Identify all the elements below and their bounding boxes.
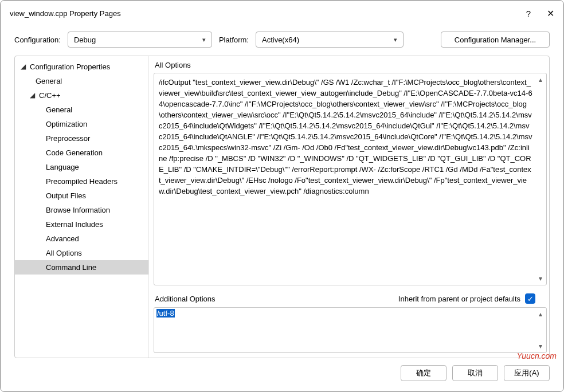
main-panel: All Options /ifcOutput "test_context_vie… (149, 56, 549, 358)
titlebar-controls: ? ✕ (526, 8, 554, 19)
configuration-manager-button[interactable]: Configuration Manager... (441, 32, 550, 48)
additional-options-value: /utf-8 (156, 309, 175, 317)
additional-options-header: Additional Options Inherit from parent o… (154, 293, 547, 304)
scroll-down-icon[interactable]: ▾ (539, 342, 542, 350)
additional-options-box[interactable]: /utf-8 ▴ ▾ (154, 307, 547, 353)
scrollbar[interactable]: ▴ ▾ (536, 309, 545, 351)
tree-root-configuration-properties[interactable]: ◢ Configuration Properties (15, 60, 148, 74)
tree-item-language[interactable]: Language (15, 160, 148, 174)
tree-item-command-line[interactable]: Command Line (15, 260, 148, 275)
all-options-box[interactable]: /ifcOutput "test_context_viewer_view.dir… (154, 73, 547, 285)
help-icon[interactable]: ? (526, 9, 531, 18)
platform-value: Active(x64) (262, 36, 299, 44)
cancel-button[interactable]: 取消 (452, 365, 498, 381)
tree-item-precompiled-headers[interactable]: Precompiled Headers (15, 174, 148, 189)
tree-item-code-generation[interactable]: Code Generation (15, 146, 148, 160)
dialog-body: ◢ Configuration Properties General ◢ C/C… (14, 56, 550, 358)
close-icon[interactable]: ✕ (547, 8, 554, 19)
config-toolbar: Configuration: Debug ▾ Platform: Active(… (1, 25, 563, 53)
nav-tree[interactable]: ◢ Configuration Properties General ◢ C/C… (15, 56, 149, 358)
platform-select[interactable]: Active(x64) ▾ (256, 32, 404, 48)
tree-item-preprocessor[interactable]: Preprocessor (15, 131, 148, 146)
platform-label: Platform: (219, 36, 249, 44)
additional-options-text: /utf-8 (154, 308, 546, 319)
configuration-select[interactable]: Debug ▾ (68, 32, 212, 48)
dialog-footer: Yuucn.com 确定 取消 应用(A) (1, 362, 563, 391)
titlebar: view_window.cpp Property Pages ? ✕ (1, 1, 563, 25)
scrollbar[interactable]: ▴ ▾ (536, 75, 545, 284)
property-pages-dialog: view_window.cpp Property Pages ? ✕ Confi… (0, 0, 564, 392)
tree-item-ccpp-general[interactable]: General (15, 103, 148, 117)
additional-options-label: Additional Options (154, 295, 216, 303)
disclosure-open-icon: ◢ (30, 89, 39, 101)
tree-item-output-files[interactable]: Output Files (15, 189, 148, 203)
apply-button[interactable]: 应用(A) (504, 365, 550, 381)
tree-item-general[interactable]: General (15, 74, 148, 88)
tree-item-external-includes[interactable]: External Includes (15, 217, 148, 232)
ok-button[interactable]: 确定 (401, 365, 446, 381)
tree-item-advanced[interactable]: Advanced (15, 232, 148, 246)
inherit-checkbox[interactable]: ✓ (525, 293, 535, 304)
all-options-text: /ifcOutput "test_context_viewer_view.dir… (154, 73, 546, 200)
configuration-value: Debug (74, 36, 96, 44)
window-title: view_window.cpp Property Pages (10, 9, 121, 18)
all-options-label: All Options (154, 61, 547, 69)
tree-item-ccpp[interactable]: ◢ C/C++ (15, 88, 148, 103)
tree-item-browse-information[interactable]: Browse Information (15, 203, 148, 217)
scroll-down-icon[interactable]: ▾ (539, 275, 542, 283)
chevron-down-icon: ▾ (202, 36, 206, 44)
scroll-up-icon[interactable]: ▴ (539, 76, 542, 84)
scroll-up-icon[interactable]: ▴ (539, 310, 542, 318)
tree-item-all-options[interactable]: All Options (15, 246, 148, 260)
disclosure-open-icon: ◢ (21, 61, 30, 73)
inherit-label: Inherit from parent or project defaults (398, 295, 520, 303)
configuration-label: Configuration: (14, 36, 61, 44)
inherit-control[interactable]: Inherit from parent or project defaults … (398, 293, 535, 304)
tree-item-optimization[interactable]: Optimization (15, 117, 148, 131)
chevron-down-icon: ▾ (394, 36, 397, 44)
